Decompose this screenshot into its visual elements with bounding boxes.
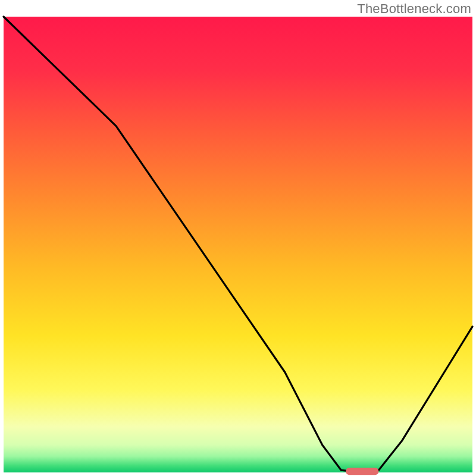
bottleneck-chart: TheBottleneck.com [0, 0, 476, 476]
watermark-text: TheBottleneck.com [357, 1, 471, 17]
chart-svg [0, 0, 476, 476]
optimal-marker [346, 468, 378, 475]
